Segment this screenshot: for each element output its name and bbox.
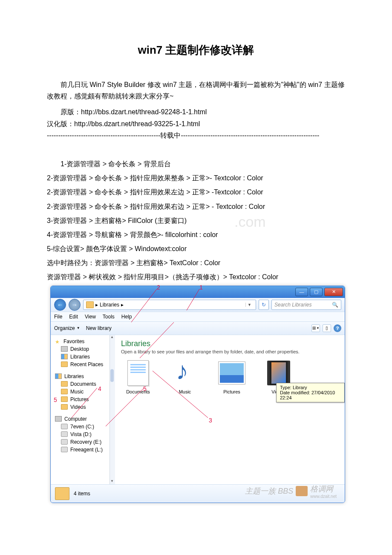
sidebar-item-label: 7even (C:) [70, 424, 94, 430]
organize-label: Organize [54, 325, 75, 331]
sidebar-item-drive-e[interactable]: Recovery (E:) [51, 438, 114, 446]
watermark-url: www.dzait.net [310, 494, 337, 499]
address-dropdown-icon[interactable]: ▼ [245, 303, 253, 307]
search-placeholder: Search Libraries [274, 302, 311, 308]
menu-edit[interactable]: Edit [69, 314, 78, 320]
list-item-6: 4-资源管理器 > 导航窗格 > 背景颜色>- fillcolorhint : … [47, 229, 345, 240]
list-item-1: 1-资源管理器 > 命令长条 > 背景后台 [47, 158, 345, 170]
documents-icon [61, 381, 68, 387]
sidebar-item-documents[interactable]: Documents [51, 380, 114, 388]
sidebar-item-label: Pictures [70, 396, 89, 402]
preview-pane-button[interactable]: ▯ [323, 324, 331, 332]
sidebar-favorites[interactable]: ★Favorites [51, 338, 114, 345]
sidebar-item-music[interactable]: Music [51, 388, 114, 396]
annotation-5: 5 [143, 385, 147, 392]
watermark-text: 主题一族 BBS [245, 486, 293, 496]
watermark-bottom: 主题一族 BBS 格调网 www.dzait.net [245, 484, 337, 499]
help-icon[interactable]: ? [334, 324, 341, 332]
sidebar-item-label: Vista (D:) [70, 431, 92, 437]
scroll-up-icon[interactable]: ▲ [110, 335, 114, 340]
sidebar-item-drive-d[interactable]: Vista (D:) [51, 431, 114, 438]
explorer-window: — ▢ ✕ ← → ▸ Libraries ▸ ▼ ↻ Search Libra [50, 286, 345, 503]
main-title: Libraries [121, 339, 338, 348]
menu-tools[interactable]: Tools [103, 314, 115, 320]
favorites-label: Favorites [63, 338, 84, 344]
folder-icon [55, 487, 69, 500]
menu-view[interactable]: View [85, 314, 96, 320]
list-item-9: 资源管理器 > 树状视效 > 指针应用项目>（挑选子项修改）> Textcolo… [47, 271, 345, 283]
menu-help[interactable]: Help [121, 314, 132, 320]
breadcrumb-root[interactable]: Libraries [100, 302, 119, 308]
list-item-3: 2-资源管理器 > 命令长条 > 指针应用效果左边 > 正常> -Textcol… [47, 186, 345, 198]
status-text: 4 items [74, 491, 90, 497]
navigation-pane: ▲ ▼ ★Favorites Desktop Libraries Recent … [51, 335, 114, 484]
list-item-2: 2-资源管理器 > 命令长条 > 指针应用效果整条 > 正常>- Textcol… [47, 172, 345, 184]
window-titlebar[interactable]: — ▢ ✕ [51, 286, 345, 298]
sidebar-item-label: Recent Places [70, 361, 103, 367]
library-item-documents[interactable]: Documents [121, 359, 155, 394]
view-mode-button[interactable]: ⊞▼ [311, 324, 320, 332]
chevron-down-icon: ▼ [77, 326, 80, 330]
pictures-icon [61, 396, 68, 402]
sidebar-item-label: Music [70, 389, 84, 395]
search-input[interactable]: Search Libraries 🔍 [271, 300, 341, 310]
sidebar-item-label: Recovery (E:) [70, 439, 101, 445]
music-icon [176, 360, 194, 386]
back-button[interactable]: ← [54, 299, 66, 311]
sidebar-item-desktop[interactable]: Desktop [51, 345, 114, 353]
breadcrumb-sep: ▸ [95, 302, 98, 308]
annotation-4: 4 [98, 385, 101, 392]
library-item-music[interactable]: Music [168, 359, 202, 394]
chinese-url: http://bbs.dzart.net/thread-93225-1-1.ht… [74, 120, 200, 127]
menu-file[interactable]: File [54, 314, 62, 320]
tooltip: Type: Library Date modified: 27/04/2010 … [276, 383, 345, 402]
navbar: ← → ▸ Libraries ▸ ▼ ↻ Search Libraries 🔍 [51, 298, 345, 312]
drive-icon [61, 431, 68, 437]
toolbar: Organize ▼ New library ⊞▼ ▯ ? [51, 322, 345, 335]
scroll-down-icon[interactable]: ▼ [110, 479, 114, 484]
main-desc: Open a library to see your files and arr… [121, 349, 338, 354]
sidebar-item-drive-c[interactable]: 7even (C:) [51, 423, 114, 431]
library-item-pictures[interactable]: Pictures [215, 359, 249, 394]
list-item-4: 2-资源管理器 > 命令长条 > 指针应用效果右边 > 正常> - Textco… [47, 201, 345, 212]
sidebar-scrollbar[interactable]: ▲ ▼ [110, 335, 114, 484]
new-library-button[interactable]: New library [86, 325, 112, 331]
address-bar[interactable]: ▸ Libraries ▸ ▼ [83, 300, 256, 310]
sidebar-item-label: Videos [70, 404, 86, 410]
forward-button[interactable]: → [69, 299, 81, 311]
sidebar-computer[interactable]: Computer [51, 415, 114, 423]
libraries-label: Libraries [64, 373, 84, 379]
minimize-button[interactable]: — [295, 288, 308, 296]
annotation-2: 2 [157, 284, 160, 291]
annotation-3: 3 [209, 417, 212, 424]
scrollbar-thumb[interactable] [110, 369, 114, 382]
watermark-brand: 格调网 [310, 485, 333, 493]
original-link-line: 原版：http://bbs.dzart.net/thread-92248-1-1… [47, 106, 345, 118]
drive-icon [61, 424, 68, 429]
sidebar-item-videos[interactable]: Videos [51, 403, 114, 411]
explorer-body: ▲ ▼ ★Favorites Desktop Libraries Recent … [51, 335, 345, 484]
star-icon: ★ [55, 339, 61, 344]
menubar: File Edit View Tools Help [51, 312, 345, 322]
item-label: Music [179, 389, 191, 394]
list-item-7: 5-综合设置> 颜色字体设置 > Windowtext:color [47, 243, 345, 254]
divider-line: ----------------------------------------… [47, 130, 345, 141]
computer-icon [55, 416, 62, 422]
sidebar-item-recent[interactable]: Recent Places [51, 361, 114, 368]
sidebar-item-label: Documents [70, 381, 96, 387]
refresh-button[interactable]: ↻ [259, 300, 269, 310]
sidebar-item-pictures[interactable]: Pictures [51, 396, 114, 403]
pictures-icon [218, 361, 245, 384]
breadcrumb-sep-2: ▸ [121, 302, 124, 308]
tooltip-type: Type: Library [280, 385, 341, 390]
chinese-label: 汉化版： [47, 120, 74, 127]
organize-button[interactable]: Organize ▼ [54, 325, 80, 331]
annotation-5b: 5 [54, 396, 57, 403]
sidebar-libraries[interactable]: Libraries [51, 373, 114, 380]
close-button[interactable]: ✕ [324, 288, 343, 296]
sidebar-item-libraries-fav[interactable]: Libraries [51, 353, 114, 361]
tooltip-modified: Date modified: 27/04/2010 22:24 [280, 390, 341, 400]
sidebar-item-label: Libraries [70, 354, 90, 360]
maximize-button[interactable]: ▢ [310, 288, 323, 296]
sidebar-item-drive-l[interactable]: Freeagent (L:) [51, 446, 114, 454]
